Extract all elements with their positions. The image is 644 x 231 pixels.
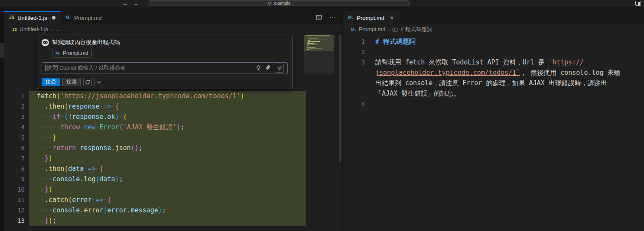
token: fetch <box>37 92 56 100</box>
chevron-down-icon <box>96 80 101 85</box>
minimap-line <box>309 39 325 40</box>
markdown-line[interactable]: 2 <box>343 47 644 57</box>
discard-button[interactable]: 捨棄 <box>62 78 81 86</box>
code-line[interactable]: 7··}) <box>4 153 342 164</box>
token: . <box>104 113 107 121</box>
minimap[interactable] <box>304 35 334 231</box>
rerun-button[interactable] <box>83 78 92 86</box>
token: . <box>127 206 131 214</box>
token: ( <box>56 92 60 100</box>
code-line[interactable]: 2··.then(response·=>·{ <box>4 101 342 112</box>
token: ······ <box>37 123 60 131</box>
vertical-scrollbar[interactable] <box>338 35 342 231</box>
scrollbar-slider[interactable] <box>339 35 342 162</box>
markdown-line[interactable]: jsonplaceholder.typicode.com/todos/1`， 然… <box>343 67 644 78</box>
tab-prompt-md-left[interactable]: M↓ Prompt.md <box>61 11 107 24</box>
token: ·· <box>37 165 45 173</box>
code-line[interactable]: 13··}); <box>4 215 342 226</box>
left-code-lines: 1fetch('https://jsonplaceholder.typicode… <box>4 91 342 226</box>
minimap-line <box>308 45 318 45</box>
markdown-text: 請幫我用 fetch 來撈取 TodoList API 資料，Url 是 `ht… <box>375 57 641 67</box>
code-text: ······throw·new·Error('AJAX 發生錯誤'); <box>37 122 184 132</box>
markdown-line[interactable]: 「AJAX 發生錯誤」的訊息。 <box>343 88 644 99</box>
line-number: 12 <box>4 205 25 215</box>
token: ( <box>95 175 99 183</box>
forward-arrow-icon[interactable]: → <box>133 0 139 7</box>
close-icon[interactable]: × <box>390 15 394 21</box>
right-breadcrumbs: M↓ Prompt.md › # 程式碼題詞 <box>343 24 644 35</box>
line-number: 1 <box>343 36 365 47</box>
token: return <box>52 144 76 152</box>
breadcrumb-more[interactable]: … <box>55 26 61 32</box>
token: response <box>68 103 99 110</box>
token: · <box>76 144 80 152</box>
token: `https:// <box>549 58 584 66</box>
code-line[interactable]: 12····console.error(error.message); <box>4 205 342 215</box>
attach-icon[interactable] <box>265 64 271 72</box>
microphone-icon[interactable] <box>256 64 261 72</box>
token: response <box>80 144 111 152</box>
line-number: 4 <box>343 99 365 109</box>
breadcrumb-file[interactable]: Prompt.md <box>359 26 385 32</box>
breadcrumb-file[interactable]: Untitled-1.js <box>20 26 48 32</box>
token: ·· <box>37 154 45 162</box>
code-line[interactable]: 11··.catch(error·=>·{ <box>4 195 342 205</box>
token: data <box>100 175 115 183</box>
code-line[interactable]: 10··}) <box>4 184 342 195</box>
right-editor: 1# 程式碼題詞23請幫我用 fetch 來撈取 TodoList API 資料… <box>343 35 644 231</box>
breadcrumb-symbol[interactable]: # 程式碼題詞 <box>400 26 432 33</box>
back-arrow-icon[interactable]: ← <box>123 0 128 7</box>
modified-dot-icon[interactable] <box>52 16 55 19</box>
code-line[interactable]: 3····if·(!response.ok)·{ <box>4 112 342 122</box>
code-text: ··.then(data·=>·{ <box>37 164 104 174</box>
inline-chat-title: 幫我讀取內容後產出程式碼 <box>52 38 120 46</box>
accept-button[interactable]: 接受 <box>42 78 60 86</box>
token: log <box>84 175 95 183</box>
token: ···· <box>37 144 52 152</box>
line-number: 1 <box>4 91 25 101</box>
attachment-chip[interactable]: M↓ Prompt.md <box>52 49 92 58</box>
token: · <box>95 165 99 173</box>
markdown-line[interactable]: 1# 程式碼題詞 <box>343 36 644 47</box>
token: ( <box>104 206 107 214</box>
markdown-text: jsonplaceholder.typicode.com/todos/1`， 然… <box>375 67 641 78</box>
left-editor: 幫我讀取內容後產出程式碼 M↓ Prompt.md 詢問 Copilot 或輸入… <box>4 35 342 231</box>
code-line[interactable]: 9····console.log(data); <box>4 174 342 184</box>
token: ! <box>68 113 72 121</box>
token: { <box>123 113 127 121</box>
expand-button[interactable] <box>94 78 103 86</box>
more-actions-icon[interactable]: ⋯ <box>329 14 336 22</box>
token: } <box>45 186 49 193</box>
line-number: 13 <box>4 215 25 226</box>
token: ···· <box>37 175 52 183</box>
code-line[interactable]: 5····} <box>4 132 342 143</box>
tab-label: Prompt.md <box>74 15 102 21</box>
markdown-line[interactable]: 4 <box>343 99 644 109</box>
token: => <box>104 103 111 110</box>
code-line[interactable]: 8··.then(data·=>·{ <box>4 164 342 174</box>
split-editor-icon[interactable] <box>316 14 322 22</box>
token: 請幫我用 fetch 來撈取 TodoList API 資料，Url 是 <box>375 58 549 66</box>
minimap-code-block <box>304 35 334 51</box>
token: 「AJAX 發生錯誤」的訊息。 <box>375 90 460 97</box>
token: ·· <box>37 217 45 225</box>
rail-indicator[interactable] <box>0 43 4 58</box>
panel-layout-icon[interactable] <box>635 1 641 6</box>
line-number: 6 <box>4 143 25 153</box>
token: data <box>68 165 84 173</box>
command-center-search[interactable]: example <box>149 0 410 6</box>
markdown-line[interactable]: 出結果到 console，請注意 Error 的處理，如果 AJAX 出現錯誤時… <box>343 78 644 88</box>
copilot-input[interactable]: 詢問 Copilot 或輸入 / 以取得命令 <box>42 62 288 74</box>
tab-prompt-md-right[interactable]: M↓ Prompt.md × <box>343 11 399 24</box>
token: ( <box>68 196 72 204</box>
markdown-line[interactable]: 3請幫我用 fetch 來撈取 TodoList API 資料，Url 是 `h… <box>343 57 644 67</box>
left-breadcrumbs: JS Untitled-1.js › … <box>4 24 342 35</box>
token: . <box>111 144 115 152</box>
code-line[interactable]: 1fetch('https://jsonplaceholder.typicode… <box>4 91 342 101</box>
code-line[interactable]: 4······throw·new·Error('AJAX 發生錯誤'); <box>4 122 342 132</box>
token: · <box>111 103 115 110</box>
code-line[interactable]: 6····return·response.json(); <box>4 143 342 153</box>
js-file-icon: JS <box>12 28 17 32</box>
tab-untitled-1-js[interactable]: JS Untitled-1.js <box>4 11 61 24</box>
send-button[interactable] <box>275 64 284 73</box>
